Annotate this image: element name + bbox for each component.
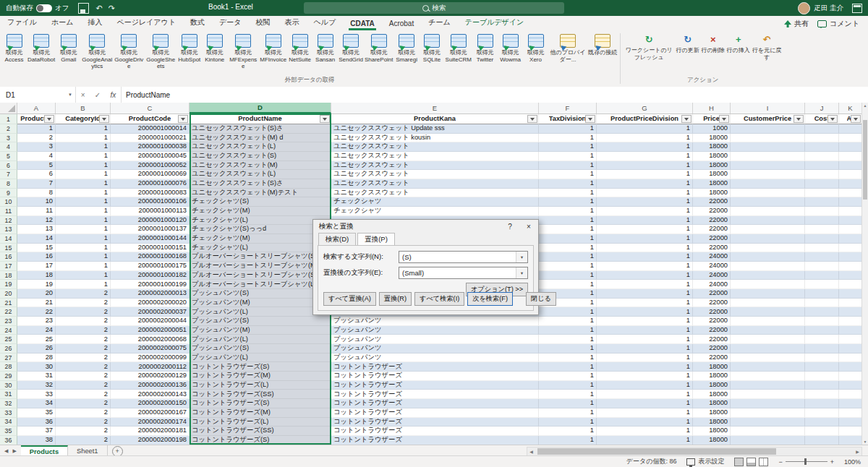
filter-button[interactable] <box>851 115 861 123</box>
cell[interactable]: 1 <box>597 252 693 262</box>
cell[interactable]: 3 <box>17 142 56 152</box>
cell[interactable]: ユニセックススウェット <box>331 142 539 152</box>
save-icon[interactable] <box>78 3 89 14</box>
cell[interactable]: 1 <box>597 381 693 390</box>
cell[interactable]: コットントラウザーズ(L) <box>190 418 331 427</box>
vertical-scroll-thumb[interactable] <box>863 120 867 200</box>
cell[interactable]: 18000 <box>693 134 731 143</box>
cell[interactable]: 1 <box>56 189 111 198</box>
cell[interactable]: 23 <box>17 317 56 326</box>
cell[interactable]: 19 <box>17 280 56 289</box>
sheet-tab-Products[interactable]: Products <box>21 445 68 456</box>
cell[interactable] <box>839 354 862 363</box>
cell[interactable]: ユニセックススウェット(M) <box>190 161 331 171</box>
row-header-34[interactable]: 34 <box>0 418 17 427</box>
sheet-prev-icon[interactable]: ◀ <box>4 448 8 454</box>
cell[interactable]: 1 <box>539 161 597 171</box>
cell[interactable]: 26 <box>17 344 56 354</box>
cell[interactable] <box>805 381 839 390</box>
select-all-corner[interactable] <box>0 103 17 113</box>
cell[interactable] <box>805 271 839 280</box>
row-header-14[interactable]: 14 <box>0 234 17 244</box>
cell[interactable]: プッシュパンツ(L) <box>190 354 331 363</box>
cell[interactable] <box>839 344 862 354</box>
cell[interactable]: 36 <box>17 418 56 427</box>
cell[interactable]: 1 <box>597 354 693 363</box>
cell[interactable]: 2 <box>56 326 111 335</box>
cell[interactable]: コットントラウザーズ <box>331 390 539 399</box>
get-from-xero-button[interactable]: 取得元Xero <box>523 32 548 63</box>
cell[interactable] <box>731 299 805 308</box>
cell[interactable]: 16 <box>17 252 56 262</box>
cell[interactable]: 2 <box>56 307 111 317</box>
cell[interactable]: 24000 <box>693 252 731 262</box>
cell[interactable]: 12 <box>17 216 56 226</box>
cell[interactable]: 1 <box>539 280 597 289</box>
cell[interactable]: 2000001000151 <box>111 244 190 253</box>
cell[interactable]: コットントラウザーズ(SS) <box>190 427 331 436</box>
cell[interactable]: 1 <box>539 335 597 344</box>
cell[interactable]: プッシュパンツ(M) <box>190 299 331 308</box>
cell[interactable]: 28 <box>17 354 56 363</box>
cell[interactable]: 35 <box>17 408 56 418</box>
other-providers-button[interactable]: 他のプロバイダー... <box>548 32 587 63</box>
cell[interactable]: コットントラウザーズ(SS) <box>190 390 331 399</box>
row-header-17[interactable]: 17 <box>0 262 17 271</box>
get-from-smaregi-button[interactable]: 取得元Smaregi <box>394 32 420 63</box>
chevron-down-icon[interactable]: ▼ <box>68 93 72 97</box>
cell[interactable] <box>839 189 862 198</box>
ribbon-tab-テーブルデザイン[interactable]: テーブルデザイン <box>458 15 532 30</box>
cell[interactable]: 1 <box>597 207 693 216</box>
cell[interactable]: 2000001000168 <box>111 252 190 262</box>
cell[interactable] <box>839 399 862 408</box>
cell[interactable]: 2 <box>56 362 111 372</box>
cell[interactable]: コットントラウザーズ <box>331 427 539 436</box>
cell[interactable]: 1 <box>597 399 693 408</box>
row-header-9[interactable]: 9 <box>0 189 17 198</box>
cell[interactable]: 2000001000021 <box>111 134 190 143</box>
cell[interactable]: ユニセックススウェット kousin <box>331 134 539 143</box>
account-area[interactable]: 疋田 圭介 <box>798 0 843 16</box>
find-next-button[interactable]: 次を検索(F) <box>467 292 513 306</box>
cell[interactable]: 2000001000175 <box>111 262 190 271</box>
delete-row-button[interactable]: ×行の削除 <box>700 32 726 54</box>
cell[interactable] <box>839 124 862 134</box>
cell[interactable] <box>731 252 805 262</box>
page-break-view-button[interactable] <box>759 458 768 466</box>
ribbon-tab-校閲[interactable]: 校閲 <box>249 15 278 30</box>
cell[interactable]: 1 <box>539 152 597 161</box>
cell[interactable] <box>839 427 862 436</box>
cell[interactable]: 2000001000113 <box>111 207 190 216</box>
cell[interactable]: 22000 <box>693 289 731 299</box>
zoom-out-icon[interactable]: − <box>778 458 782 466</box>
row-header-18[interactable]: 18 <box>0 271 17 280</box>
ribbon-tab-データ[interactable]: データ <box>212 15 248 30</box>
get-from-access-button[interactable]: 取得元Access <box>1 32 27 63</box>
cell[interactable]: 1 <box>539 252 597 262</box>
cell[interactable]: 1 <box>597 234 693 244</box>
cell[interactable]: 5 <box>17 161 56 171</box>
row-header-28[interactable]: 28 <box>0 362 17 372</box>
cell[interactable]: 1 <box>539 381 597 390</box>
cell[interactable]: プッシュパンツ <box>331 354 539 363</box>
row-header-19[interactable]: 19 <box>0 280 17 289</box>
cell[interactable] <box>731 307 805 317</box>
cell[interactable]: 1 <box>56 170 111 179</box>
cell[interactable]: 37 <box>17 427 56 436</box>
cell[interactable]: 22000 <box>693 354 731 363</box>
ribbon-tab-ヘルプ[interactable]: ヘルプ <box>307 15 344 30</box>
cell[interactable]: プッシュパンツ <box>331 317 539 326</box>
cell[interactable] <box>731 390 805 399</box>
cell[interactable] <box>805 299 839 308</box>
cell[interactable]: 1 <box>539 170 597 179</box>
insert-function-icon[interactable]: fx <box>111 91 116 99</box>
avatar[interactable] <box>798 2 810 14</box>
cell[interactable]: チェックシャツ(M) <box>190 207 331 216</box>
cell[interactable]: ユニセックススウェット <box>331 161 539 171</box>
cell[interactable]: 1 <box>539 326 597 335</box>
cell[interactable]: ユニセックススウェット(S)さ <box>190 179 331 189</box>
dialog-close-action-button[interactable]: 閉じる <box>526 292 556 306</box>
row-header-36[interactable]: 36 <box>0 436 17 445</box>
cell[interactable] <box>731 362 805 372</box>
cell[interactable] <box>805 161 839 171</box>
